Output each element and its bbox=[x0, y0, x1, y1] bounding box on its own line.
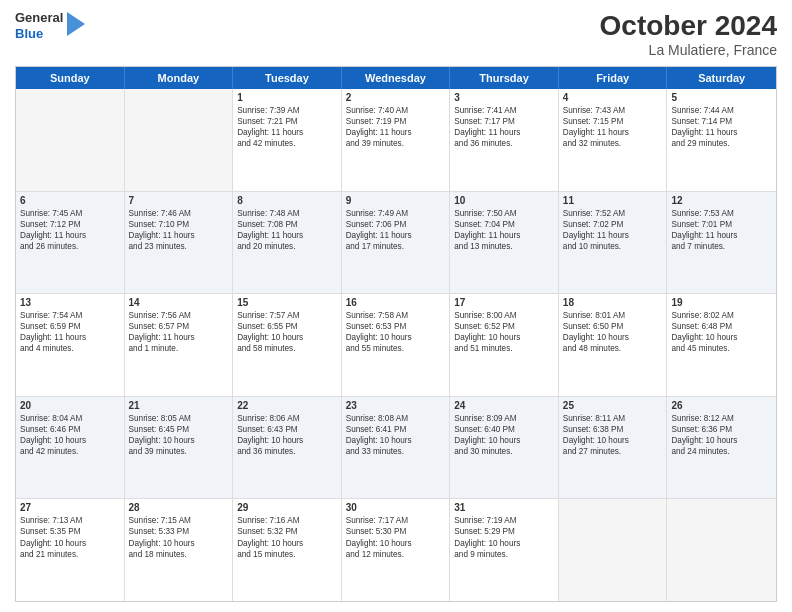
cell-line: Daylight: 11 hours bbox=[20, 332, 120, 343]
cell-line: and 20 minutes. bbox=[237, 241, 337, 252]
logo-arrow-icon bbox=[67, 12, 85, 36]
cell-line: and 45 minutes. bbox=[671, 343, 772, 354]
cell-line: Sunrise: 7:50 AM bbox=[454, 208, 554, 219]
day-number: 17 bbox=[454, 297, 554, 308]
title-area: October 2024 La Mulatiere, France bbox=[600, 10, 777, 58]
cell-line: Sunrise: 7:54 AM bbox=[20, 310, 120, 321]
cell-line: Sunrise: 8:01 AM bbox=[563, 310, 663, 321]
cell-line: Sunset: 7:02 PM bbox=[563, 219, 663, 230]
cell-line: Daylight: 10 hours bbox=[237, 435, 337, 446]
cell-line: Sunrise: 7:17 AM bbox=[346, 515, 446, 526]
calendar-cell: 8Sunrise: 7:48 AMSunset: 7:08 PMDaylight… bbox=[233, 192, 342, 294]
cell-line: Sunrise: 7:53 AM bbox=[671, 208, 772, 219]
cell-line: Sunset: 7:15 PM bbox=[563, 116, 663, 127]
cell-line: and 42 minutes. bbox=[20, 446, 120, 457]
day-of-week-header: Monday bbox=[125, 67, 234, 89]
calendar-cell: 9Sunrise: 7:49 AMSunset: 7:06 PMDaylight… bbox=[342, 192, 451, 294]
calendar-row: 1Sunrise: 7:39 AMSunset: 7:21 PMDaylight… bbox=[16, 89, 776, 192]
cell-line: Daylight: 11 hours bbox=[129, 230, 229, 241]
calendar-cell: 28Sunrise: 7:15 AMSunset: 5:33 PMDayligh… bbox=[125, 499, 234, 601]
cell-line: Daylight: 10 hours bbox=[563, 332, 663, 343]
day-number: 10 bbox=[454, 195, 554, 206]
cell-line: and 30 minutes. bbox=[454, 446, 554, 457]
calendar-cell: 21Sunrise: 8:05 AMSunset: 6:45 PMDayligh… bbox=[125, 397, 234, 499]
day-number: 20 bbox=[20, 400, 120, 411]
cell-line: Daylight: 10 hours bbox=[346, 435, 446, 446]
cell-line: Sunset: 6:38 PM bbox=[563, 424, 663, 435]
calendar-cell: 29Sunrise: 7:16 AMSunset: 5:32 PMDayligh… bbox=[233, 499, 342, 601]
day-of-week-header: Sunday bbox=[16, 67, 125, 89]
calendar-cell: 14Sunrise: 7:56 AMSunset: 6:57 PMDayligh… bbox=[125, 294, 234, 396]
day-number: 13 bbox=[20, 297, 120, 308]
cell-line: Sunrise: 7:39 AM bbox=[237, 105, 337, 116]
cell-line: Sunrise: 7:16 AM bbox=[237, 515, 337, 526]
cell-line: and 4 minutes. bbox=[20, 343, 120, 354]
cell-line: and 42 minutes. bbox=[237, 138, 337, 149]
calendar-cell bbox=[125, 89, 234, 191]
cell-line: Daylight: 10 hours bbox=[237, 332, 337, 343]
day-number: 22 bbox=[237, 400, 337, 411]
cell-line: Sunset: 7:10 PM bbox=[129, 219, 229, 230]
day-number: 30 bbox=[346, 502, 446, 513]
calendar-cell: 26Sunrise: 8:12 AMSunset: 6:36 PMDayligh… bbox=[667, 397, 776, 499]
cell-line: Daylight: 10 hours bbox=[671, 332, 772, 343]
calendar-cell: 18Sunrise: 8:01 AMSunset: 6:50 PMDayligh… bbox=[559, 294, 668, 396]
cell-line: and 15 minutes. bbox=[237, 549, 337, 560]
day-of-week-header: Wednesday bbox=[342, 67, 451, 89]
cell-line: and 29 minutes. bbox=[671, 138, 772, 149]
cell-line: Daylight: 10 hours bbox=[129, 538, 229, 549]
day-of-week-header: Thursday bbox=[450, 67, 559, 89]
cell-line: and 24 minutes. bbox=[671, 446, 772, 457]
cell-line: Daylight: 11 hours bbox=[671, 127, 772, 138]
logo-general: General bbox=[15, 10, 63, 26]
cell-line: Sunset: 7:01 PM bbox=[671, 219, 772, 230]
cell-line: Daylight: 11 hours bbox=[20, 230, 120, 241]
cell-line: Sunrise: 7:43 AM bbox=[563, 105, 663, 116]
day-number: 6 bbox=[20, 195, 120, 206]
cell-line: and 51 minutes. bbox=[454, 343, 554, 354]
cell-line: Sunset: 6:50 PM bbox=[563, 321, 663, 332]
cell-line: Daylight: 11 hours bbox=[671, 230, 772, 241]
cell-line: Sunrise: 7:45 AM bbox=[20, 208, 120, 219]
calendar: SundayMondayTuesdayWednesdayThursdayFrid… bbox=[15, 66, 777, 602]
calendar-cell: 15Sunrise: 7:57 AMSunset: 6:55 PMDayligh… bbox=[233, 294, 342, 396]
cell-line: and 18 minutes. bbox=[129, 549, 229, 560]
header: General Blue October 2024 La Mulatiere, … bbox=[15, 10, 777, 58]
cell-line: and 39 minutes. bbox=[346, 138, 446, 149]
calendar-cell: 27Sunrise: 7:13 AMSunset: 5:35 PMDayligh… bbox=[16, 499, 125, 601]
day-number: 14 bbox=[129, 297, 229, 308]
cell-line: and 48 minutes. bbox=[563, 343, 663, 354]
day-number: 21 bbox=[129, 400, 229, 411]
cell-line: Daylight: 10 hours bbox=[454, 538, 554, 549]
cell-line: Sunset: 6:46 PM bbox=[20, 424, 120, 435]
day-number: 8 bbox=[237, 195, 337, 206]
cell-line: Sunrise: 8:12 AM bbox=[671, 413, 772, 424]
calendar-cell: 2Sunrise: 7:40 AMSunset: 7:19 PMDaylight… bbox=[342, 89, 451, 191]
cell-line: and 21 minutes. bbox=[20, 549, 120, 560]
cell-line: and 9 minutes. bbox=[454, 549, 554, 560]
cell-line: and 12 minutes. bbox=[346, 549, 446, 560]
cell-line: and 36 minutes. bbox=[237, 446, 337, 457]
cell-line: and 17 minutes. bbox=[346, 241, 446, 252]
cell-line: Sunrise: 7:58 AM bbox=[346, 310, 446, 321]
calendar-cell: 12Sunrise: 7:53 AMSunset: 7:01 PMDayligh… bbox=[667, 192, 776, 294]
logo: General Blue bbox=[15, 10, 85, 41]
cell-line: Daylight: 11 hours bbox=[237, 230, 337, 241]
cell-line: Sunrise: 7:52 AM bbox=[563, 208, 663, 219]
cell-line: Sunset: 6:45 PM bbox=[129, 424, 229, 435]
calendar-row: 20Sunrise: 8:04 AMSunset: 6:46 PMDayligh… bbox=[16, 397, 776, 500]
cell-line: Daylight: 11 hours bbox=[129, 332, 229, 343]
calendar-cell: 6Sunrise: 7:45 AMSunset: 7:12 PMDaylight… bbox=[16, 192, 125, 294]
day-number: 24 bbox=[454, 400, 554, 411]
day-number: 2 bbox=[346, 92, 446, 103]
cell-line: Daylight: 10 hours bbox=[20, 538, 120, 549]
cell-line: Sunset: 7:06 PM bbox=[346, 219, 446, 230]
logo-blue: Blue bbox=[15, 26, 63, 42]
calendar-cell: 30Sunrise: 7:17 AMSunset: 5:30 PMDayligh… bbox=[342, 499, 451, 601]
day-number: 12 bbox=[671, 195, 772, 206]
cell-line: Sunrise: 8:09 AM bbox=[454, 413, 554, 424]
cell-line: Daylight: 10 hours bbox=[454, 435, 554, 446]
day-of-week-header: Friday bbox=[559, 67, 668, 89]
cell-line: Sunset: 5:29 PM bbox=[454, 526, 554, 537]
cell-line: Sunrise: 7:57 AM bbox=[237, 310, 337, 321]
